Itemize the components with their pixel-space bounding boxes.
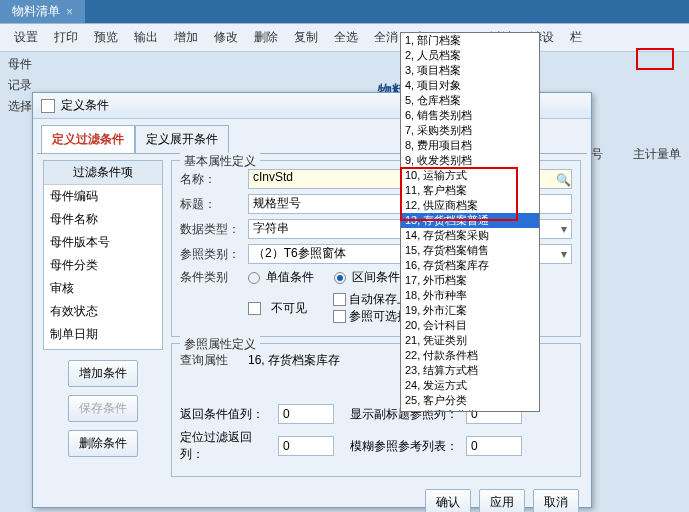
add-condition-button[interactable]: 增加条件 [68,360,138,387]
dropdown-option[interactable]: 3, 项目档案 [401,63,539,78]
dropdown-option[interactable]: 16, 存货档案库存 [401,258,539,273]
tab-expand-condition[interactable]: 定义展开条件 [135,125,229,153]
tab-title: 物料清单 [12,3,60,20]
list-item[interactable]: 母件名称 [44,208,162,231]
apply-button[interactable]: 应用 [479,489,525,512]
return-col-input[interactable] [278,404,334,424]
list-item[interactable]: 母件编码 [44,185,162,208]
app-tab[interactable]: 物料清单 × [0,0,85,23]
dropdown-option[interactable]: 13, 存货档案普通 [401,213,539,228]
dropdown-option[interactable]: 9, 收发类别档 [401,153,539,168]
dropdown-option[interactable]: 10, 运输方式 [401,168,539,183]
dropdown-option[interactable]: 12, 供应商档案 [401,198,539,213]
toolbar-btn-6[interactable]: 删除 [246,25,286,50]
reference-dropdown[interactable]: 1, 部门档案2, 人员档案3, 项目档案4, 项目对象5, 仓库档案6, 销售… [400,32,540,412]
toolbar-btn-1[interactable]: 打印 [46,25,86,50]
search-icon[interactable]: 🔍 [556,173,568,185]
autosave-checkbox[interactable] [333,293,346,306]
list-item[interactable]: 审核 [44,277,162,300]
dropdown-option[interactable]: 11, 客户档案 [401,183,539,198]
dropdown-option[interactable]: 15, 存货档案销售 [401,243,539,258]
list-item[interactable]: 审核日期 [44,346,162,350]
delete-condition-button[interactable]: 删除条件 [68,430,138,457]
filter-item-list: 过滤条件项 母件编码母件名称母件版本号母件分类审核有效状态制单日期审核日期规格型… [43,160,163,350]
dropdown-option[interactable]: 22, 付款条件档 [401,348,539,363]
toolbar-btn-3[interactable]: 输出 [126,25,166,50]
toolbar-btn-7[interactable]: 复制 [286,25,326,50]
save-condition-button[interactable]: 保存条件 [68,395,138,422]
toolbar-btn-2[interactable]: 预览 [86,25,126,50]
fuzzy-col-input[interactable] [466,436,522,456]
multiline-checkbox[interactable] [333,310,346,323]
dropdown-option[interactable]: 24, 发运方式 [401,378,539,393]
list-item[interactable]: 母件分类 [44,254,162,277]
range-value-radio[interactable] [334,272,346,284]
list-item[interactable]: 有效状态 [44,300,162,323]
locate-col-input[interactable] [278,436,334,456]
cancel-button[interactable]: 取消 [533,489,579,512]
dropdown-option[interactable]: 18, 外市种率 [401,288,539,303]
dropdown-option[interactable]: 6, 销售类别档 [401,108,539,123]
ok-button[interactable]: 确认 [425,489,471,512]
dropdown-option[interactable]: 17, 外币档案 [401,273,539,288]
dropdown-option[interactable]: 5, 仓库档案 [401,93,539,108]
dropdown-option[interactable]: 19, 外市汇案 [401,303,539,318]
dropdown-option[interactable]: 1, 部门档案 [401,33,539,48]
dropdown-option[interactable]: 20, 会计科目 [401,318,539,333]
list-item[interactable]: 母件版本号 [44,231,162,254]
toolbar-btn-0[interactable]: 设置 [6,25,46,50]
dropdown-option[interactable]: 4, 项目对象 [401,78,539,93]
toolbar-btn-16[interactable]: 栏 [562,25,590,50]
dropdown-option[interactable]: 2, 人员档案 [401,48,539,63]
invisible-checkbox[interactable] [248,302,261,315]
dropdown-option[interactable]: 21, 凭证类别 [401,333,539,348]
query-attr-value: 16, 存货档案库存 [248,352,340,369]
toolbar: 设置打印预览输出增加修改删除复制全选全消查过滤滤设栏 [0,24,689,52]
dropdown-option[interactable]: 26, 供应商分类 [401,408,539,412]
dialog-title: 定义条件 [61,97,109,114]
list-item[interactable]: 制单日期 [44,323,162,346]
tab-filter-condition[interactable]: 定义过滤条件 [41,125,135,153]
toolbar-btn-8[interactable]: 全选 [326,25,366,50]
dropdown-option[interactable]: 25, 客户分类 [401,393,539,408]
dropdown-option[interactable]: 8, 费用项目档 [401,138,539,153]
single-value-radio[interactable] [248,272,260,284]
toolbar-btn-5[interactable]: 修改 [206,25,246,50]
dropdown-option[interactable]: 14, 存货档案采购 [401,228,539,243]
toolbar-btn-4[interactable]: 增加 [166,25,206,50]
close-icon[interactable]: × [66,5,73,19]
dropdown-option[interactable]: 7, 采购类别档 [401,123,539,138]
dialog-icon [41,99,55,113]
dropdown-option[interactable]: 23, 结算方式档 [401,363,539,378]
list-header: 过滤条件项 [44,161,162,185]
